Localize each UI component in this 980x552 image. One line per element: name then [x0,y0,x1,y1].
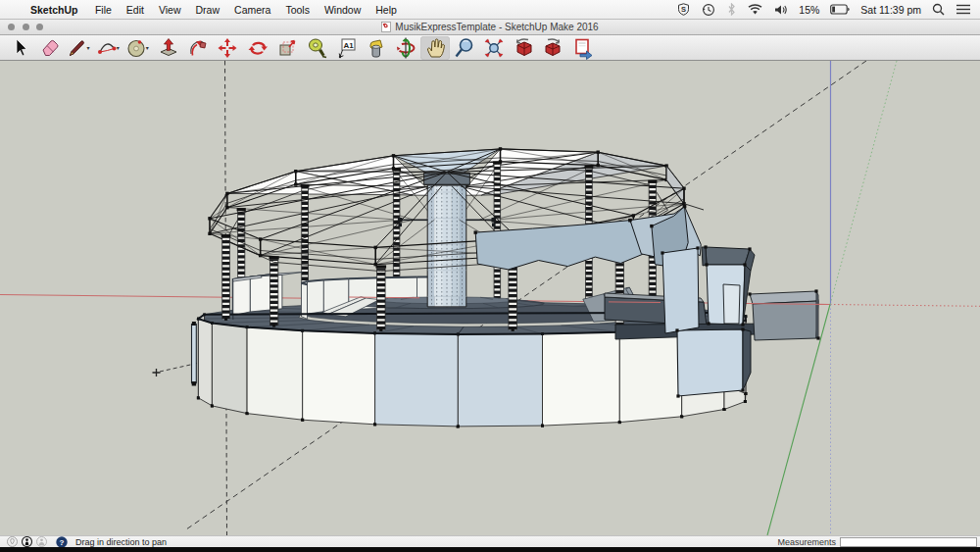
rotate-icon [247,36,269,60]
menu-tools[interactable]: Tools [278,4,318,16]
getting-started-toolbar: ▾ ▾ ▾ A1 [0,35,980,61]
zoom-extents-icon [483,36,505,60]
time-machine-icon[interactable] [696,0,721,20]
export-button[interactable] [568,36,598,60]
text-icon: A1 [335,36,357,60]
status-hint: Drag in direction to pan [75,537,167,547]
svg-text:?: ? [60,537,65,546]
line-button[interactable]: ▾ [65,36,94,60]
tape-icon [306,36,327,60]
battery-percent: 15% [794,4,824,16]
svg-text:A1: A1 [344,40,355,49]
menu-status-area: S 15% Sat 11:39 pm [671,0,980,20]
notification-center-icon[interactable] [951,0,980,20]
scale-button[interactable] [272,36,302,60]
chevron-down-icon[interactable]: ▾ [86,44,91,51]
scale-icon [276,36,298,60]
move-button[interactable] [213,36,242,60]
geolocation-icon[interactable] [7,536,18,547]
zoom-extents-button[interactable] [479,36,509,60]
arc-button[interactable]: ▾ [95,36,124,60]
model-scene-musik-express [0,61,980,535]
menu-camera[interactable]: Camera [227,4,278,16]
zoom-icon [454,36,475,60]
select-button[interactable] [6,36,35,60]
battery-icon [824,0,856,20]
next-button[interactable] [538,36,567,60]
previous-icon [513,36,534,60]
window-title: MusikExpressTemplate - SketchUp Make 201… [0,22,980,32]
eraser-icon [39,36,61,60]
menu-window[interactable]: Window [317,4,368,16]
next-icon [542,36,564,60]
menu-file[interactable]: File [87,4,119,16]
status-bar: ? Drag in direction to pan Measurements [0,535,980,547]
pan-button[interactable] [420,36,450,60]
shield-icon[interactable]: S [671,0,696,20]
measurements-input[interactable] [840,537,977,547]
chevron-down-icon[interactable]: ▾ [146,44,151,51]
text-button[interactable]: A1 [331,36,361,60]
line-icon [66,36,87,60]
rotate-button[interactable] [243,36,272,60]
paint-icon [365,36,386,60]
credits-icon[interactable] [22,536,32,547]
shapes-button[interactable]: ▾ [124,36,154,60]
zoom-button[interactable] [450,36,479,60]
volume-icon[interactable] [768,0,794,20]
followme-button[interactable] [183,36,213,60]
claim-credit-icon[interactable] [36,536,47,547]
menu-sketchup[interactable]: SketchUp [22,4,87,16]
chevron-down-icon[interactable]: ▾ [117,44,122,51]
eraser-button[interactable] [35,36,65,60]
measurements-label: Measurements [777,537,836,547]
menu-edit[interactable]: Edit [119,4,151,16]
export-icon [572,36,594,60]
select-icon [10,36,31,60]
bluetooth-icon[interactable] [721,0,742,20]
move-icon [217,36,238,60]
orbit-button[interactable] [390,36,419,60]
help-icon[interactable]: ? [56,536,68,548]
menu-help[interactable]: Help [368,4,405,16]
followme-icon [187,36,209,60]
desktop-strip [0,547,980,552]
pushpull-icon [158,36,179,60]
model-viewport[interactable] [0,61,980,535]
menu-draw[interactable]: Draw [188,4,227,16]
left-gate-panel [192,322,197,386]
tape-button[interactable] [302,36,331,60]
window-title-bar[interactable]: MusikExpressTemplate - SketchUp Make 201… [0,20,980,35]
wifi-icon[interactable] [742,0,768,20]
previous-button[interactable] [509,36,538,60]
menu-view[interactable]: View [151,4,188,16]
arc-icon [96,36,118,60]
pushpull-button[interactable] [154,36,183,60]
macos-menu-bar: SketchUp File Edit View Draw Camera Tool… [0,0,980,20]
orbit-icon [395,36,416,60]
document-icon[interactable] [381,22,391,32]
svg-text:S: S [681,5,686,14]
sketchup-desktop: { "menubar": { "items": [ "SketchUp", "F… [0,0,980,552]
paint-button[interactable] [361,36,390,60]
menu-clock[interactable]: Sat 11:39 pm [856,4,926,16]
pan-icon [424,36,446,60]
spotlight-search-icon[interactable] [926,0,951,20]
shapes-icon [125,36,147,60]
